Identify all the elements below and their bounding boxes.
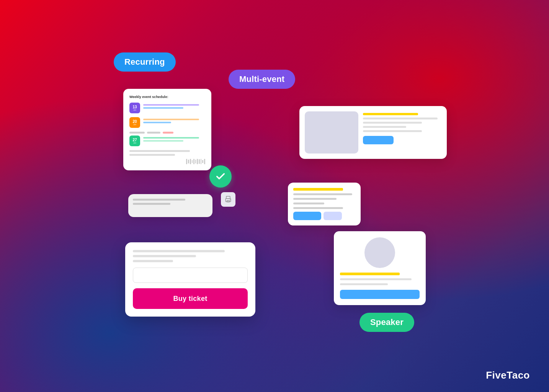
logo-five: Five bbox=[486, 369, 507, 381]
multi-event-info bbox=[363, 111, 441, 154]
ticket-line bbox=[133, 260, 173, 262]
schedule-card: Weekly event schedule: 13 Jan 20 Jan bbox=[123, 89, 211, 170]
logo-taco: Taco bbox=[507, 369, 530, 381]
schedule-lines-3 bbox=[143, 136, 205, 142]
sf-block bbox=[163, 132, 173, 134]
schedule-footer-lines bbox=[129, 132, 205, 134]
shadow-line bbox=[133, 203, 170, 205]
sline bbox=[143, 122, 171, 123]
mid-button-1[interactable] bbox=[293, 212, 321, 220]
printer-icon-container bbox=[221, 192, 235, 207]
svg-point-3 bbox=[230, 199, 230, 200]
svg-rect-1 bbox=[225, 199, 230, 202]
info-line-yellow bbox=[363, 113, 418, 115]
speaker-avatar bbox=[364, 237, 395, 268]
speaker-line bbox=[340, 278, 412, 280]
tag-speaker-label: Speaker bbox=[370, 317, 404, 327]
check-icon bbox=[215, 171, 226, 182]
schedule-item-1: 13 Jan bbox=[129, 103, 205, 113]
ticket-input-field[interactable] bbox=[133, 268, 248, 283]
date-box-20: 20 Jan bbox=[129, 117, 140, 128]
date-box-13: 13 Jan bbox=[129, 103, 140, 113]
shadow-line bbox=[133, 199, 185, 201]
multi-event-action-button[interactable] bbox=[363, 136, 394, 144]
shadow-lines bbox=[128, 194, 212, 209]
ticket-card: Buy ticket bbox=[125, 242, 255, 317]
ticket-line bbox=[133, 255, 196, 257]
tag-speaker: Speaker bbox=[359, 313, 414, 332]
sline bbox=[143, 107, 183, 109]
schedule-lines-1 bbox=[143, 103, 205, 109]
speaker-action-button[interactable] bbox=[340, 290, 420, 299]
tag-multievent-label: Multi-event bbox=[239, 74, 284, 84]
barcode bbox=[129, 159, 205, 164]
mid-line bbox=[293, 198, 337, 200]
info-line bbox=[363, 118, 438, 119]
main-content: Recurring Multi-event Weekly event sched… bbox=[0, 0, 549, 392]
middle-card bbox=[288, 183, 361, 225]
sline bbox=[143, 140, 183, 142]
sline bbox=[143, 137, 199, 139]
schedule-card-shadow bbox=[128, 194, 212, 217]
schedule-item-2: 20 Jan bbox=[129, 117, 205, 128]
ticket-lines bbox=[133, 250, 248, 262]
mid-line bbox=[293, 193, 352, 195]
mid-line-yellow bbox=[293, 188, 343, 191]
schedule-item-3: 27 Jan bbox=[129, 136, 205, 146]
sf-block bbox=[129, 132, 145, 134]
bottom-line bbox=[129, 154, 175, 156]
svg-rect-0 bbox=[226, 196, 230, 199]
sf-block bbox=[147, 132, 160, 134]
tag-recurring-label: Recurring bbox=[124, 57, 165, 67]
buy-ticket-button[interactable]: Buy ticket bbox=[133, 288, 248, 309]
speaker-card bbox=[334, 231, 426, 305]
sline bbox=[143, 104, 199, 106]
fivetaco-logo: FiveTaco bbox=[486, 369, 530, 381]
info-line bbox=[363, 130, 422, 132]
date-box-27: 27 Jan bbox=[129, 136, 140, 146]
schedule-title: Weekly event schedule: bbox=[129, 95, 205, 99]
check-circle bbox=[209, 165, 232, 188]
mid-line bbox=[293, 203, 324, 204]
speaker-line bbox=[340, 283, 388, 285]
mid-line bbox=[293, 207, 343, 209]
svg-rect-2 bbox=[227, 201, 230, 202]
info-line bbox=[363, 122, 422, 124]
ticket-line bbox=[133, 250, 225, 252]
schedule-bottom-lines bbox=[129, 150, 205, 156]
bottom-line bbox=[129, 150, 190, 152]
event-image-placeholder bbox=[305, 111, 358, 154]
scene: Recurring Multi-event Weekly event sched… bbox=[102, 52, 447, 340]
speaker-line-yellow bbox=[340, 273, 400, 275]
sline bbox=[143, 119, 199, 120]
tag-recurring: Recurring bbox=[114, 52, 176, 72]
printer-icon bbox=[224, 196, 232, 203]
mid-button-2[interactable] bbox=[324, 212, 342, 220]
schedule-lines-2 bbox=[143, 117, 205, 123]
multi-event-top-card bbox=[299, 106, 447, 159]
info-line bbox=[363, 126, 406, 128]
mid-button-row bbox=[293, 212, 355, 220]
tag-multievent: Multi-event bbox=[229, 70, 295, 89]
